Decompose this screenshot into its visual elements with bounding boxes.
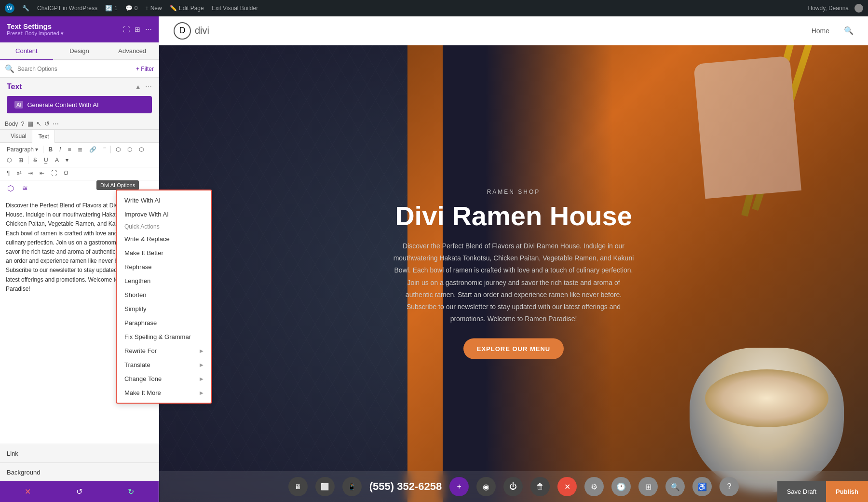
sidebar-preset[interactable]: Preset: Body imported ▾ bbox=[7, 30, 64, 37]
formatting-toolbar: Paragraph ▾ B I ≡ ≣ 🔗 " ⬡ ⬡ ⬡ ⬡ ⊞ S̶ U̲ … bbox=[0, 143, 159, 167]
ol-button[interactable]: ≣ bbox=[75, 145, 85, 154]
shorten-item[interactable]: Shorten bbox=[117, 288, 211, 302]
hero-cta-button[interactable]: EXPLORE OUR MENU bbox=[463, 339, 564, 359]
toolbar-separator-3 bbox=[28, 156, 28, 164]
admin-avatar[interactable] bbox=[854, 4, 863, 13]
table-button[interactable]: ⊞ bbox=[15, 155, 26, 165]
divi-logo: D divi bbox=[174, 22, 209, 40]
write-with-ai-item[interactable]: Write With AI bbox=[117, 193, 211, 207]
mobile-view-button[interactable]: 📱 bbox=[342, 477, 362, 496]
special-char-1[interactable]: ¶ bbox=[4, 168, 13, 178]
strikethrough-button[interactable]: S̶ bbox=[30, 155, 40, 165]
search-input[interactable] bbox=[17, 66, 133, 72]
collapse-icon[interactable]: ▲ bbox=[135, 83, 141, 91]
align-justify-button[interactable]: ⬡ bbox=[4, 155, 14, 165]
tablet-view-button[interactable]: ⬜ bbox=[315, 477, 335, 496]
outdent-button[interactable]: ⇤ bbox=[37, 168, 47, 178]
change-tone-item[interactable]: Change Tone ▶ bbox=[117, 372, 211, 386]
power-button[interactable]: ⏻ bbox=[503, 477, 523, 496]
toggle-visible-button[interactable]: ◉ bbox=[476, 477, 496, 496]
special-chars-button[interactable]: Ω bbox=[61, 168, 71, 178]
ai-secondary-icon[interactable]: ≋ bbox=[19, 182, 31, 194]
publish-button[interactable]: Publish bbox=[826, 481, 868, 502]
improve-with-ai-item[interactable]: Improve With AI bbox=[117, 207, 211, 221]
fullscreen-editor-button[interactable]: ⛶ bbox=[48, 168, 60, 178]
help-content-button[interactable]: ? bbox=[719, 477, 739, 496]
undo-button[interactable]: ↺ bbox=[72, 485, 86, 498]
history-button[interactable]: 🕐 bbox=[611, 477, 631, 496]
close-section-button[interactable]: ✕ bbox=[557, 477, 577, 496]
align-left-button[interactable]: ⬡ bbox=[113, 145, 123, 154]
admin-bar-chatgpt[interactable]: ChatGPT in WordPress bbox=[37, 5, 97, 12]
sidebar-title: Text Settings bbox=[7, 22, 64, 30]
paraphrase-item[interactable]: Paraphrase bbox=[117, 316, 211, 330]
indent-button[interactable]: ⇥ bbox=[25, 168, 36, 178]
save-draft-button[interactable]: Save Draft bbox=[777, 481, 826, 502]
nav-search-icon[interactable]: 🔍 bbox=[844, 26, 854, 35]
write-replace-item[interactable]: Write & Replace bbox=[117, 232, 211, 246]
desktop-view-button[interactable]: 🖥 bbox=[288, 477, 308, 496]
tab-design[interactable]: Design bbox=[53, 42, 106, 59]
admin-bar-wp-item[interactable]: 🔧 bbox=[22, 5, 29, 12]
more-editor-icon[interactable]: ⋯ bbox=[53, 120, 59, 127]
text-tab[interactable]: Text bbox=[32, 130, 55, 143]
simplify-item[interactable]: Simplify bbox=[117, 302, 211, 316]
redo-button[interactable]: ↻ bbox=[124, 485, 138, 498]
admin-bar-edit-page[interactable]: ✏️ Edit Page bbox=[170, 5, 204, 12]
color-button[interactable]: A bbox=[52, 155, 62, 165]
admin-bar-counter2[interactable]: 💬 0 bbox=[125, 5, 138, 12]
undo-editor-icon[interactable]: ↺ bbox=[44, 120, 50, 127]
link-button[interactable]: 🔗 bbox=[86, 145, 99, 154]
wp-logo-icon[interactable]: W bbox=[5, 3, 14, 13]
more-icon[interactable]: ⋯ bbox=[145, 26, 152, 33]
formatting-toolbar-2: ¶ x² ⇥ ⇤ ⛶ Ω bbox=[0, 167, 159, 180]
make-better-item[interactable]: Make It Better bbox=[117, 246, 211, 260]
admin-bar-new[interactable]: + New bbox=[145, 5, 162, 12]
text-section-header: Text ▲ ⋯ bbox=[0, 78, 159, 96]
cancel-button[interactable]: ✕ bbox=[21, 485, 35, 498]
ul-button[interactable]: ≡ bbox=[65, 145, 74, 154]
translate-item[interactable]: Translate ▶ bbox=[117, 358, 211, 372]
admin-bar-exit-builder[interactable]: Exit Visual Builder bbox=[212, 5, 258, 12]
fix-spelling-item[interactable]: Fix Spelling & Grammar bbox=[117, 330, 211, 344]
layout-button[interactable]: ⊞ bbox=[638, 477, 658, 496]
fullscreen-icon[interactable]: ⛶ bbox=[123, 26, 130, 33]
bold-button[interactable]: B bbox=[45, 145, 55, 154]
toolbar-separator-2 bbox=[110, 146, 111, 153]
nav-home-link[interactable]: Home bbox=[812, 27, 829, 35]
more-colors-button[interactable]: ▾ bbox=[63, 155, 71, 165]
tab-advanced[interactable]: Advanced bbox=[106, 42, 159, 59]
sidebar-header-icons: ⛶ ⊞ ⋯ bbox=[123, 26, 152, 33]
rewrite-for-item[interactable]: Rewrite For ▶ bbox=[117, 344, 211, 358]
translate-arrow-icon: ▶ bbox=[200, 362, 203, 367]
divi-header: D divi Home 🔍 bbox=[159, 16, 868, 45]
tab-content[interactable]: Content bbox=[0, 42, 53, 60]
quote-button[interactable]: " bbox=[100, 145, 108, 154]
rephrase-item[interactable]: Rephrase bbox=[117, 260, 211, 274]
columns-icon[interactable]: ⊞ bbox=[135, 26, 140, 33]
italic-button[interactable]: I bbox=[56, 145, 64, 154]
visual-tab[interactable]: Visual bbox=[5, 130, 32, 142]
help-icon[interactable]: ? bbox=[21, 120, 24, 127]
generate-ai-button[interactable]: AI Generate Content With AI bbox=[7, 96, 152, 113]
make-it-more-item[interactable]: Make It More ▶ bbox=[117, 386, 211, 400]
paragraph-select[interactable]: Paragraph ▾ bbox=[4, 145, 41, 154]
search-content-button[interactable]: 🔍 bbox=[665, 477, 685, 496]
underline-button[interactable]: U̲ bbox=[41, 155, 51, 165]
filter-button[interactable]: + Filter bbox=[136, 66, 154, 72]
divi-ai-icon[interactable]: ⬡ bbox=[5, 182, 16, 194]
delete-button[interactable]: 🗑 bbox=[530, 477, 550, 496]
accessibility-button[interactable]: ♿ bbox=[692, 477, 712, 496]
subscript-button[interactable]: x² bbox=[14, 168, 24, 178]
cursor-icon[interactable]: ↖ bbox=[36, 120, 41, 127]
align-center-button[interactable]: ⬡ bbox=[124, 145, 135, 154]
settings-button[interactable]: ⚙ bbox=[584, 477, 604, 496]
background-label: Background bbox=[7, 469, 40, 476]
admin-bar-counter1[interactable]: 🔄 1 bbox=[105, 5, 118, 12]
section-more-icon[interactable]: ⋯ bbox=[145, 83, 152, 91]
block-icon[interactable]: ▦ bbox=[27, 120, 33, 127]
wp-admin-bar: W 🔧 ChatGPT in WordPress 🔄 1 💬 0 + New ✏… bbox=[0, 0, 868, 16]
add-section-button[interactable]: + bbox=[449, 477, 469, 496]
lengthen-item[interactable]: Lengthen bbox=[117, 274, 211, 288]
align-right-button[interactable]: ⬡ bbox=[136, 145, 147, 154]
